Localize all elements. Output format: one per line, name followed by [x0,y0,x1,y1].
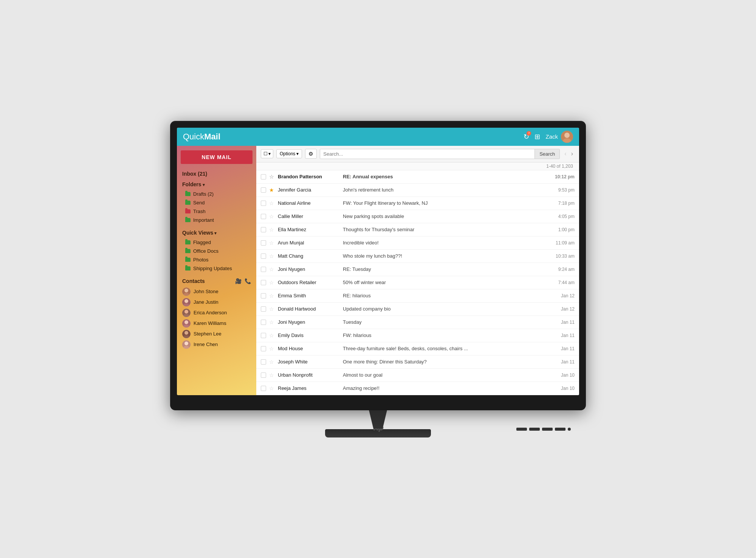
email-row[interactable]: ☆ Reeja James Amazing recipe!! Jan 10 [256,382,579,395]
new-mail-button[interactable]: NEW MAIL [181,150,253,164]
options-button[interactable]: Options ▾ [276,149,302,158]
email-checkbox[interactable] [261,280,266,285]
email-time: 11:09 am [548,240,575,246]
email-row[interactable]: ☆ Matt Chang Who stole my lunch bag??! 1… [256,250,579,263]
contact-avatar [182,340,191,349]
email-star[interactable]: ☆ [269,240,274,246]
email-row[interactable]: ☆ National Airline FW: Your Flight Itine… [256,197,579,210]
email-checkbox[interactable] [261,373,266,378]
email-star[interactable]: ☆ [269,280,274,286]
email-star[interactable]: ☆ [269,174,274,180]
email-checkbox[interactable] [261,293,266,298]
prev-page-button[interactable]: ‹ [563,150,568,157]
email-star[interactable]: ☆ [269,332,274,339]
folder-important[interactable]: Important [177,216,256,224]
contact-karen-williams[interactable]: Karen Williams [177,318,256,329]
quick-views-section[interactable]: Quick Views [177,227,256,238]
grid-icon[interactable]: ⊞ [534,133,540,141]
email-row[interactable]: ☆ Ella Martinez Thoughts for Thursday's … [256,223,579,236]
contact-avatar [182,309,191,317]
select-all-button[interactable]: ☐ ▾ [261,149,273,158]
email-checkbox[interactable] [261,227,266,232]
email-time: Jan 10 [548,386,575,391]
email-row[interactable]: ☆ Donald Hartwood Updated company bio Ja… [256,303,579,316]
svg-point-13 [184,320,188,324]
refresh-icon-btn[interactable]: ↻ 7 [524,133,529,141]
folder-icon-green [185,201,191,205]
folders-section[interactable]: Folders [177,179,256,190]
next-page-button[interactable]: › [570,150,575,157]
email-star[interactable]: ☆ [269,319,274,325]
email-pane: ☐ ▾ Options ▾ ⚙ Search [256,146,579,395]
folder-send[interactable]: Send [177,198,256,207]
email-star[interactable]: ☆ [269,213,274,219]
contact-stephen-lee[interactable]: Stephen Lee [177,329,256,339]
email-row[interactable]: ☆ Arun Munjal Incredible video! 11:09 am [256,236,579,250]
email-row[interactable]: ☆ Joni Nyugen Tuesday Jan 11 [256,316,579,329]
email-star[interactable]: ☆ [269,200,274,206]
email-star[interactable]: ☆ [269,385,274,391]
email-star[interactable]: ☆ [269,227,274,233]
email-star[interactable]: ☆ [269,266,274,272]
email-checkbox[interactable] [261,201,266,206]
email-checkbox[interactable] [261,174,266,179]
bezel-power-btn[interactable] [568,428,571,431]
email-star[interactable]: ☆ [269,253,274,259]
bezel-btn-2[interactable] [529,428,540,431]
search-button[interactable]: Search [534,149,559,159]
contact-avatar [182,319,191,328]
email-checkbox[interactable] [261,346,266,351]
email-subject: RE: Annual expenses [338,174,548,179]
email-checkbox[interactable] [261,253,266,259]
email-star[interactable]: ☆ [269,372,274,378]
email-checkbox[interactable] [261,187,266,193]
bezel-btn-4[interactable] [555,428,565,431]
user-menu[interactable]: Zack [545,131,573,143]
email-checkbox[interactable] [261,386,266,391]
email-star[interactable]: ★ [269,187,274,193]
email-star[interactable]: ☆ [269,346,274,352]
email-row[interactable]: ★ Jennifer Garcia John's retirement lunc… [256,184,579,197]
contact-john-stone[interactable]: John Stone [177,286,256,297]
bezel-btn-3[interactable] [542,428,553,431]
email-row[interactable]: ☆ Brandon Patterson RE: Annual expenses … [256,170,579,184]
email-row[interactable]: ☆ Joseph White One more thing: Dinner th… [256,356,579,369]
email-row[interactable]: ☆ Mod House Three-day furniture sale! Be… [256,342,579,356]
video-call-icon[interactable]: 🎥 [235,278,242,284]
email-checkbox[interactable] [261,267,266,272]
qv-office-docs[interactable]: Office Docs [177,247,256,255]
qv-shipping-updates[interactable]: Shipping Updates [177,264,256,273]
contact-name: John Stone [194,289,218,294]
email-row[interactable]: ☆ Joni Nyugen RE: Tuesday 9:24 am [256,263,579,276]
email-checkbox[interactable] [261,214,266,219]
phone-call-icon[interactable]: 📞 [245,278,251,284]
settings-button[interactable]: ⚙ [305,149,317,159]
email-checkbox[interactable] [261,320,266,325]
email-row[interactable]: ☆ Urban Nonprofit Almost to our goal Jan… [256,369,579,382]
contact-jane-justin[interactable]: Jane Justin [177,297,256,308]
qv-photos[interactable]: Photos [177,255,256,264]
search-input[interactable] [320,149,534,159]
contact-erica-anderson[interactable]: Erica Anderson [177,308,256,318]
bezel-btn-1[interactable] [516,428,527,431]
folder-drafts[interactable]: Drafts (2) [177,190,256,198]
email-sender: Reeja James [278,385,338,391]
qv-flagged[interactable]: Flagged [177,238,256,247]
email-checkbox[interactable] [261,240,266,246]
email-checkbox[interactable] [261,333,266,338]
email-row[interactable]: ☆ Emma Smith RE: hilarious Jan 12 [256,289,579,303]
email-star[interactable]: ☆ [269,306,274,312]
contact-name: Jane Justin [194,299,218,305]
email-checkbox[interactable] [261,359,266,365]
email-row[interactable]: ☆ Outdoors Retailer 50% off winter wear … [256,276,579,289]
email-star[interactable]: ☆ [269,293,274,299]
email-row[interactable]: ☆ Callie Miller New parking spots availa… [256,210,579,223]
email-checkbox[interactable] [261,306,266,312]
folder-trash[interactable]: Trash [177,207,256,216]
email-sender: Ella Martinez [278,227,338,232]
folder-important-label: Important [193,217,214,223]
contact-irene-chen[interactable]: Irene Chen [177,339,256,350]
email-star[interactable]: ☆ [269,359,274,365]
dropdown-arrow: ▾ [268,151,271,156]
email-row[interactable]: ☆ Emily Davis FW: hilarious Jan 11 [256,329,579,342]
